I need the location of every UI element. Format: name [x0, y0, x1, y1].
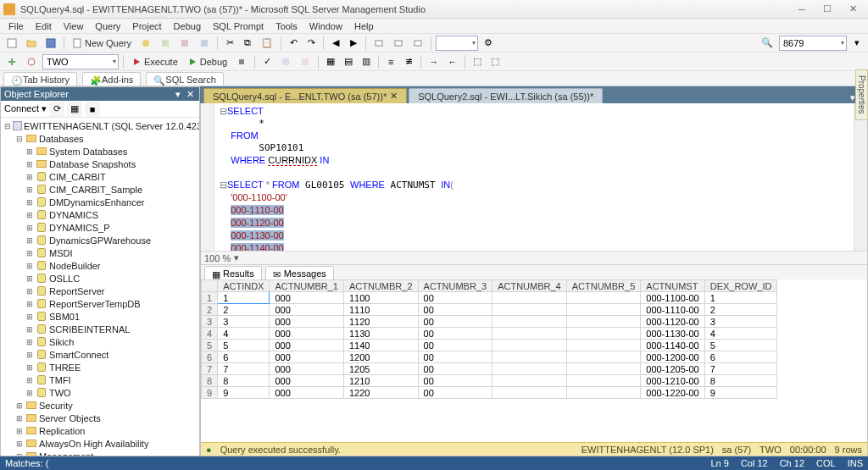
minimize-button[interactable]: ─: [790, 3, 814, 16]
tree-db-reportservertempdb[interactable]: ⊞ReportServerTempDB: [1, 297, 199, 310]
new-project-button[interactable]: [3, 36, 20, 51]
tb-btn-a[interactable]: [137, 36, 154, 51]
tb-btn-i[interactable]: ▾: [849, 36, 865, 51]
results-text-button[interactable]: ▤: [341, 54, 356, 69]
database-combo[interactable]: TWO: [42, 54, 119, 69]
doc-tab-inactive[interactable]: SQLQuery2.sql - EWI...LT.Sikich (sa (55)…: [409, 88, 603, 103]
parse-button[interactable]: ✓: [259, 54, 275, 69]
menu-window[interactable]: Window: [304, 20, 348, 32]
results-grid-button[interactable]: ▦: [323, 54, 338, 69]
tree-db-nodebuilder[interactable]: ⊞NodeBuilder: [1, 259, 199, 272]
tab-history[interactable]: 🕘Tab History: [3, 72, 77, 86]
tree-db-scribeinternal[interactable]: ⊞SCRIBEINTERNAL: [1, 323, 199, 335]
execute-button[interactable]: Execute: [128, 54, 181, 69]
menu-view[interactable]: View: [58, 20, 89, 32]
redo-button[interactable]: ↷: [303, 36, 319, 51]
tree-db-dmdynamicsenhancer[interactable]: ⊞DMDynamicsEnhancer: [1, 196, 199, 208]
tb-btn-e[interactable]: [370, 36, 387, 51]
oe-refresh-button[interactable]: ⟳: [49, 102, 64, 117]
tree-db-osllc[interactable]: ⊞OSLLC: [1, 272, 199, 285]
object-explorer-tree[interactable]: ⊟EWITTENHAGENLT (SQL Server 12.0.4232.0 …: [1, 118, 199, 456]
oe-filter-button[interactable]: ▦: [67, 102, 82, 117]
stop-button[interactable]: [233, 54, 250, 69]
tree-db-msdi[interactable]: ⊞MSDI: [1, 246, 199, 259]
cut-button[interactable]: ✂: [222, 36, 237, 51]
undo-button[interactable]: ↶: [286, 36, 301, 51]
maximize-button[interactable]: ☐: [815, 3, 839, 16]
menu-edit[interactable]: Edit: [31, 20, 57, 32]
tb2-a[interactable]: [277, 54, 294, 69]
nav-back-button[interactable]: ◀: [328, 36, 343, 51]
tree-db-reportserver[interactable]: ⊞ReportServer: [1, 285, 199, 297]
zoom-indicator[interactable]: 100 % ▾: [201, 251, 867, 264]
results-tab[interactable]: ▦Results: [204, 266, 262, 279]
tree-alwayson-high-availability[interactable]: ⊞AlwaysOn High Availability: [1, 437, 199, 450]
tb-btn-h[interactable]: ⚙: [481, 36, 496, 51]
tree-db-three[interactable]: ⊞THREE: [1, 361, 199, 373]
tab-add-ins[interactable]: 🧩Add-ins: [82, 72, 141, 86]
tree-security[interactable]: ⊞Security: [1, 399, 199, 412]
tree-db-tmfi[interactable]: ⊞TMFI: [1, 373, 199, 386]
debug-button[interactable]: Debug: [184, 54, 231, 69]
tb-btn-d[interactable]: [196, 36, 213, 51]
nav-fwd-button[interactable]: ▶: [346, 36, 361, 51]
tree-snapshots[interactable]: ⊞Database Snapshots: [1, 158, 199, 170]
menu-help[interactable]: Help: [349, 20, 379, 32]
scheme-combo[interactable]: [436, 36, 478, 51]
tree-databases[interactable]: ⊟Databases: [1, 132, 199, 145]
results-grid[interactable]: ACTINDXACTNUMBR_1ACTNUMBR_2ACTNUMBR_3ACT…: [201, 279, 867, 442]
tree-server-objects[interactable]: ⊞Server Objects: [1, 412, 199, 424]
tab-close-icon[interactable]: ✕: [390, 91, 398, 102]
vertical-scrollbar[interactable]: [854, 103, 867, 251]
menu-tools[interactable]: Tools: [270, 20, 303, 32]
tree-server[interactable]: ⊟EWITTENHAGENLT (SQL Server 12.0.4232.0 …: [1, 119, 199, 132]
menu-sql-prompt[interactable]: SQL Prompt: [208, 20, 269, 32]
panel-close-button[interactable]: ✕: [184, 88, 196, 100]
change-connection-button[interactable]: [23, 54, 40, 69]
doc-tab-active[interactable]: SQLQuery4.sql - E...ENLT.TWO (sa (57))*✕: [203, 88, 407, 103]
tree-db-dynamics_p[interactable]: ⊞DYNAMICS_P: [1, 221, 199, 234]
goto-combo[interactable]: 8679: [779, 36, 847, 51]
comment-button[interactable]: ≡: [383, 54, 398, 69]
tree-db-sbm01[interactable]: ⊞SBM01: [1, 310, 199, 323]
panel-dropdown-button[interactable]: ▾: [172, 88, 184, 100]
close-button[interactable]: ✕: [841, 3, 865, 16]
tb2-c[interactable]: ⬚: [470, 54, 485, 69]
indent-button[interactable]: →: [426, 54, 442, 69]
tb2-d[interactable]: ⬚: [487, 54, 503, 69]
tab-sql-search[interactable]: 🔍SQL Search: [146, 72, 224, 86]
tb-btn-f[interactable]: [390, 36, 407, 51]
outdent-button[interactable]: ←: [444, 54, 460, 69]
uncomment-button[interactable]: ≢: [401, 54, 416, 69]
properties-tab[interactable]: Properties: [855, 69, 868, 120]
tb-btn-b[interactable]: [157, 36, 174, 51]
tree-db-smartconnect[interactable]: ⊞SmartConnect: [1, 348, 199, 361]
code-editor[interactable]: ⊟SELECT * FROM SOP10101 WHERE CURRNIDX I…: [201, 103, 867, 251]
open-button[interactable]: [23, 36, 40, 51]
tree-db-dynamicsgpwarehouse[interactable]: ⊞DynamicsGPWarehouse: [1, 234, 199, 246]
find-button[interactable]: 🔍: [758, 36, 776, 51]
tb2-b[interactable]: [297, 54, 314, 69]
menu-file[interactable]: File: [3, 20, 29, 32]
oe-stop-button[interactable]: ■: [85, 102, 100, 117]
results-file-button[interactable]: ▥: [359, 54, 374, 69]
tree-db-dynamics[interactable]: ⊞DYNAMICS: [1, 208, 199, 221]
tb-btn-c[interactable]: [176, 36, 193, 51]
connect-button[interactable]: Connect ▾: [4, 103, 47, 114]
tree-db-sikich[interactable]: ⊞Sikich: [1, 335, 199, 348]
tb-btn-g[interactable]: [409, 36, 426, 51]
tree-db-cim_carbit_sample[interactable]: ⊞CIM_CARBIT_Sample: [1, 183, 199, 196]
connection-button[interactable]: [3, 54, 20, 69]
tree-db-cim_carbit[interactable]: ⊞CIM_CARBIT: [1, 170, 199, 183]
save-button[interactable]: [42, 36, 59, 51]
menu-debug[interactable]: Debug: [169, 20, 206, 32]
menu-project[interactable]: Project: [127, 20, 166, 32]
menu-query[interactable]: Query: [90, 20, 125, 32]
tree-replication[interactable]: ⊞Replication: [1, 424, 199, 437]
new-query-button[interactable]: New Query: [69, 36, 135, 51]
paste-button[interactable]: 📋: [258, 36, 276, 51]
tree-db-two[interactable]: ⊞TWO: [1, 386, 199, 399]
tree-system-databases[interactable]: ⊞System Databases: [1, 145, 199, 158]
tree-management[interactable]: ⊞Management: [1, 450, 199, 456]
messages-tab[interactable]: ✉Messages: [265, 266, 334, 279]
